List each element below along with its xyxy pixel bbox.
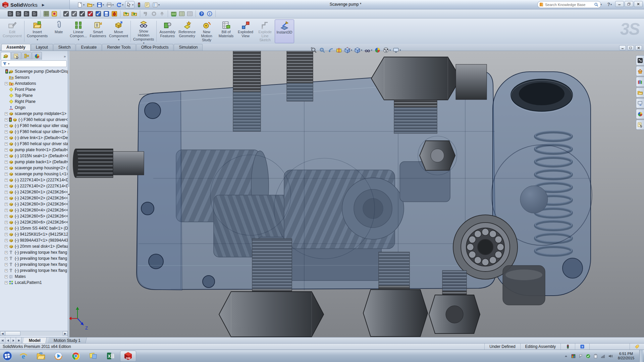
doc-minimize-button[interactable] [619,45,626,50]
start-button[interactable] [0,350,15,362]
featuremanager-tab[interactable] [1,52,11,60]
tree-item[interactable]: +pump plate back<1> (Default<< [0,159,68,165]
zoom-area-button[interactable] [319,47,326,54]
tab-layout[interactable]: Layout [31,44,53,51]
rebuild-traffic-button[interactable] [136,1,143,8]
tab-office-products[interactable]: Office Products [136,44,174,51]
expand-plus-icon[interactable]: + [5,130,8,133]
doc-nav-first-button[interactable] [0,338,5,343]
print-button[interactable]: ▾ [106,1,114,8]
tree-item[interactable]: +(-) 15mm SS 440C ball<1> (De [0,225,68,231]
doc-close-button[interactable] [635,45,642,50]
expand-plus-icon[interactable]: + [5,209,8,212]
expand-plus-icon[interactable]: + [5,185,8,188]
dropdown-caret-icon[interactable]: ▾ [122,3,123,6]
expand-plus-icon[interactable]: + [5,239,8,242]
dropdown-caret-icon[interactable]: ▾ [37,38,38,41]
expand-plus-icon[interactable]: + [5,251,8,254]
displaymanager-tab[interactable] [32,52,42,60]
tree-item[interactable]: +(-) drive link<1> (Default<<Defa [0,135,68,141]
scroll-left-button[interactable]: ◀ [0,331,5,336]
tree-item[interactable]: +(-) 2227K140<1> (2227K14<De [0,177,68,183]
media-player-taskbar-button[interactable] [50,351,66,362]
web-help-icon[interactable]: ? [199,11,205,17]
plain-grid-icon[interactable] [187,11,193,17]
expand-plus-icon[interactable]: + [5,245,8,248]
tray-network-icon[interactable] [600,354,605,359]
insert-components-button[interactable]: InsertComponents▾ [25,19,49,43]
info-icon[interactable]: i [207,11,213,17]
previous-view-button[interactable] [327,47,334,54]
new-motion-study-button[interactable]: NewMotionStudy [197,19,216,43]
expand-plus-icon[interactable]: + [5,221,8,224]
tree-item[interactable]: +AAnnotations [0,80,68,86]
tray-volume-icon[interactable] [608,354,613,359]
mate-button[interactable]: Mate [49,19,68,43]
expand-plus-icon[interactable]: + [5,179,8,182]
chrome-taskbar-button[interactable] [68,351,84,362]
tree-item[interactable]: +(-) F360 helical spur idler stage [0,123,68,129]
assembly-features-button[interactable]: AssemblyFeatures [158,19,177,43]
tray-flag-icon[interactable] [578,354,583,359]
tray-clipboard-icon[interactable] [593,354,598,359]
search-dropdown-icon[interactable]: ▾ [600,3,602,6]
configurationmanager-tab[interactable] [21,52,32,60]
view-orientation-button[interactable]: ▾ [344,47,353,54]
scroll-thumb[interactable] [5,331,20,336]
tree-item[interactable]: +(-) prevailing torque hex flang [0,255,68,261]
doc-tab-motion-study-1[interactable]: Motion Study 1 [48,338,87,343]
windows-explorer-taskbar-button[interactable] [33,351,49,362]
doc-nav-next-button[interactable] [11,338,16,343]
doc-nav-prev-button[interactable] [5,338,11,343]
expand-plus-icon[interactable]: + [5,118,8,121]
dropdown-caret-icon[interactable]: ▾ [132,3,133,6]
reference-geometry-button[interactable]: ReferenceGeometry [177,19,197,43]
tree-item[interactable]: +(-) 2227K140<2> (2227K14<De [0,183,68,189]
expand-plus-icon[interactable]: + [5,197,8,200]
knowledge-search[interactable]: ▾ [537,1,601,8]
logo-menu-arrow-icon[interactable]: ▶ [42,3,45,7]
dropdown-caret-icon[interactable]: ▾ [389,49,391,52]
expand-plus-icon[interactable]: + [5,275,8,278]
window-layout-icon[interactable] [32,11,38,17]
expand-plus-icon[interactable]: + [5,82,8,85]
appearance-target-icon[interactable] [51,11,57,17]
instant3d-button[interactable]: Instant3D [275,19,294,43]
tree-item[interactable]: +Mates [0,274,68,280]
home-tab[interactable] [636,66,644,76]
check-out-icon[interactable] [131,11,137,17]
undo-button[interactable]: ▾ [115,1,124,8]
dropdown-caret-icon[interactable]: ▾ [399,49,401,52]
smart-fasteners-button[interactable]: SmartFasteners [88,19,108,43]
tree-item[interactable]: +(-) prevailing torque hex flang [0,261,68,267]
tree-item[interactable]: Top Plane [0,93,68,99]
tab-assembly[interactable]: Assembly [1,44,31,51]
tree-item[interactable]: +scavenge pump midplate<1> (Def [0,111,68,117]
tree-item[interactable]: +(-) 94125K815<1> (94125K123 [0,231,68,237]
edit-component-button[interactable]: EditComponent [1,19,23,43]
expand-plus-icon[interactable]: + [5,148,8,152]
3d-model-scavenge-pump[interactable]: Z [69,51,644,337]
tree-item[interactable]: Sensors [0,74,68,80]
expand-plus-icon[interactable]: + [5,263,8,266]
custom-properties-tab[interactable] [636,120,644,130]
dropdown-caret-icon[interactable]: ▾ [103,3,104,6]
tree-item[interactable]: +(-) prevailing torque hex flang [0,267,68,274]
dropdown-caret-icon[interactable]: ▾ [158,3,160,6]
measure-grid-icon[interactable] [171,11,177,17]
solidworks-taskbar-taskbar-button[interactable]: SW [120,351,136,362]
table-grid-icon[interactable] [179,11,185,17]
tree-item[interactable]: Origin [0,105,68,111]
tree-item[interactable]: +(-) 2423K260<2> (2423K26<<2 [0,195,68,201]
file-explorer-tab[interactable] [636,87,644,98]
exploded-view-button[interactable]: ExplodedView [236,19,255,43]
routing-addin-icon[interactable] [95,11,101,17]
graphics-viewport[interactable]: Z [69,51,644,337]
tree-item[interactable]: +(-) 2423K260<5> (2423K26<<2 [0,213,68,219]
expand-plus-icon[interactable]: + [5,227,8,230]
dropdown-caret-icon[interactable]: ▾ [112,3,114,6]
help-dropdown-icon[interactable]: ▾ [610,3,612,6]
tree-item[interactable]: +(-) 2423K260<4> (2423K26<<2 [0,207,68,213]
apply-scene-button[interactable]: ▾ [382,47,391,54]
sticky-notes-taskbar-button[interactable] [85,351,101,362]
